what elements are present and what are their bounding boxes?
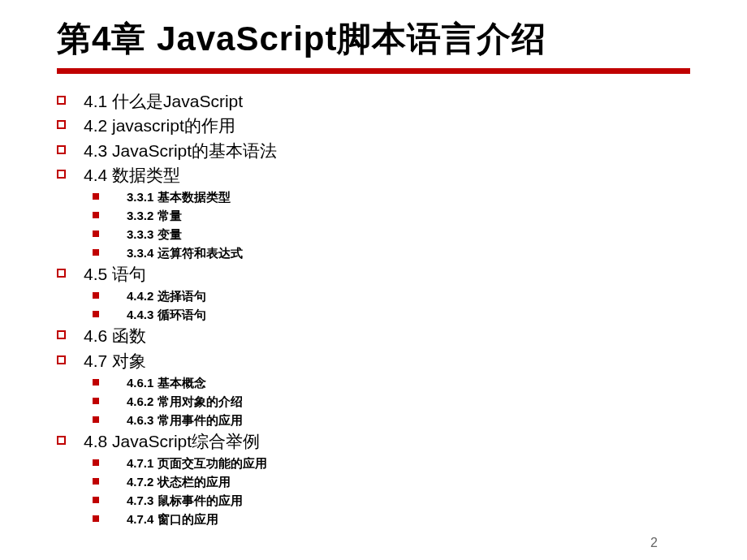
outline-text-l1: 4.3 JavaScript的基本语法 bbox=[84, 140, 277, 162]
outline-item-l2: 3.3.3 变量 bbox=[93, 226, 690, 243]
filled-square-bullet-icon bbox=[93, 515, 99, 522]
title-underline bbox=[57, 68, 690, 74]
square-bullet-icon bbox=[57, 120, 66, 129]
outline-text-l1: 4.2 javascript的作用 bbox=[84, 114, 235, 136]
outline-item-l2: 3.3.2 常量 bbox=[93, 207, 690, 224]
filled-square-bullet-icon bbox=[93, 249, 99, 256]
outline-text-l2: 3.3.2 常量 bbox=[127, 207, 182, 224]
outline-text-l2: 4.6.2 常用对象的介绍 bbox=[127, 393, 243, 410]
outline-item-l1: 4.6 函数 bbox=[57, 325, 690, 347]
outline-text-l2: 4.6.3 常用事件的应用 bbox=[127, 411, 243, 429]
outline-text-l1: 4.6 函数 bbox=[84, 325, 146, 347]
filled-square-bullet-icon bbox=[93, 416, 99, 423]
outline-text-l1: 4.5 语句 bbox=[84, 263, 146, 285]
outline-item-l1: 4.4 数据类型 bbox=[57, 164, 690, 186]
filled-square-bullet-icon bbox=[93, 193, 99, 200]
filled-square-bullet-icon bbox=[93, 212, 99, 218]
outline-item-l1: 4.3 JavaScript的基本语法 bbox=[57, 140, 690, 162]
square-bullet-icon bbox=[57, 269, 66, 278]
outline-item-l2: 3.3.4 运算符和表达式 bbox=[93, 244, 690, 261]
outline-item-l2: 4.7.2 状态栏的应用 bbox=[93, 473, 690, 490]
square-bullet-icon bbox=[57, 145, 66, 154]
filled-square-bullet-icon bbox=[93, 459, 99, 466]
outline-item-l1: 4.5 语句 bbox=[57, 263, 690, 285]
filled-square-bullet-icon bbox=[93, 379, 99, 386]
outline-item-l2: 4.6.3 常用事件的应用 bbox=[93, 411, 690, 429]
outline-text-l1: 4.7 对象 bbox=[84, 350, 146, 372]
outline-text-l2: 4.4.2 选择语句 bbox=[127, 287, 206, 304]
square-bullet-icon bbox=[57, 170, 66, 179]
outline-text-l1: 4.4 数据类型 bbox=[84, 164, 180, 186]
outline-text-l1: 4.1 什么是JavaScript bbox=[84, 90, 243, 112]
outline-text-l1: 4.8 JavaScript综合举例 bbox=[84, 430, 260, 452]
outline-text-l2: 3.3.3 变量 bbox=[127, 226, 182, 243]
outline-content: 4.1 什么是JavaScript4.2 javascript的作用4.3 Ja… bbox=[57, 90, 690, 528]
outline-item-l1: 4.7 对象 bbox=[57, 350, 690, 372]
outline-text-l2: 4.7.2 状态栏的应用 bbox=[127, 473, 231, 490]
square-bullet-icon bbox=[57, 330, 66, 339]
outline-item-l2: 3.3.1 基本数据类型 bbox=[93, 188, 690, 205]
outline-item-l2: 4.6.2 常用对象的介绍 bbox=[93, 393, 690, 410]
outline-item-l2: 4.7.4 窗口的应用 bbox=[93, 510, 690, 528]
outline-item-l1: 4.1 什么是JavaScript bbox=[57, 90, 690, 112]
filled-square-bullet-icon bbox=[93, 292, 99, 299]
filled-square-bullet-icon bbox=[93, 478, 99, 485]
outline-text-l2: 4.6.1 基本概念 bbox=[127, 374, 206, 391]
slide-container: 第4章 JavaScript脚本语言介绍 4.1 什么是JavaScript4.… bbox=[0, 0, 747, 528]
outline-text-l2: 4.7.1 页面交互功能的应用 bbox=[127, 454, 267, 472]
outline-item-l2: 4.7.1 页面交互功能的应用 bbox=[93, 454, 690, 472]
outline-item-l1: 4.8 JavaScript综合举例 bbox=[57, 430, 690, 452]
filled-square-bullet-icon bbox=[93, 230, 99, 237]
filled-square-bullet-icon bbox=[93, 311, 99, 317]
filled-square-bullet-icon bbox=[93, 497, 99, 503]
chapter-title: 第4章 JavaScript脚本语言介绍 bbox=[57, 16, 690, 62]
outline-text-l2: 4.7.3 鼠标事件的应用 bbox=[127, 492, 243, 509]
outline-text-l2: 3.3.1 基本数据类型 bbox=[127, 188, 231, 205]
square-bullet-icon bbox=[57, 436, 66, 445]
outline-item-l2: 4.4.3 循环语句 bbox=[93, 306, 690, 323]
outline-item-l2: 4.7.3 鼠标事件的应用 bbox=[93, 492, 690, 509]
outline-text-l2: 4.4.3 循环语句 bbox=[127, 306, 206, 323]
outline-item-l2: 4.6.1 基本概念 bbox=[93, 374, 690, 391]
outline-text-l2: 3.3.4 运算符和表达式 bbox=[127, 244, 243, 261]
filled-square-bullet-icon bbox=[93, 398, 99, 404]
outline-text-l2: 4.7.4 窗口的应用 bbox=[127, 510, 218, 528]
square-bullet-icon bbox=[57, 355, 66, 364]
square-bullet-icon bbox=[57, 96, 66, 105]
page-number: 2 bbox=[650, 536, 658, 550]
outline-item-l1: 4.2 javascript的作用 bbox=[57, 114, 690, 136]
outline-item-l2: 4.4.2 选择语句 bbox=[93, 287, 690, 304]
